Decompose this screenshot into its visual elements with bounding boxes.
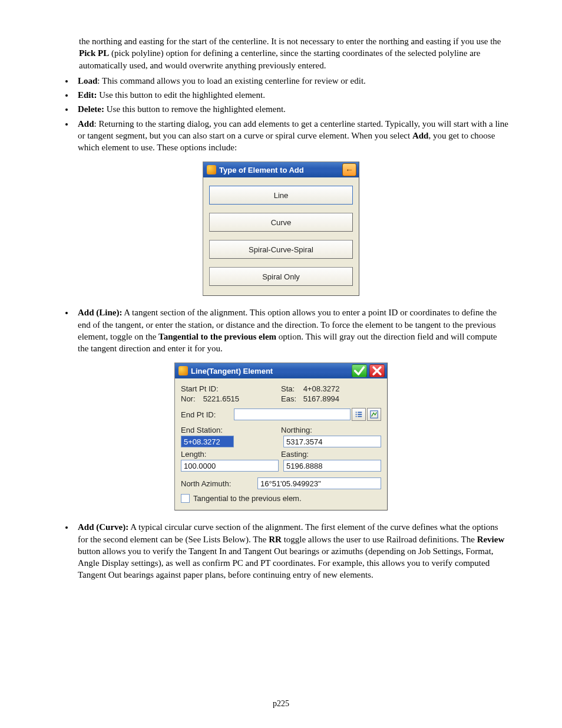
label-bold: Add (Line): bbox=[78, 308, 122, 317]
easting-label: Easting: bbox=[281, 450, 309, 459]
page-number: p225 bbox=[53, 699, 509, 709]
app-icon bbox=[178, 366, 188, 375]
label-bold: Edit: bbox=[78, 90, 97, 100]
spiral-curve-spiral-button[interactable]: Spiral-Curve-Spiral bbox=[209, 240, 353, 259]
text: Use this button to edit the highlighted … bbox=[97, 90, 265, 100]
eas-value: 5167.8994 bbox=[303, 394, 339, 403]
dialog-title: Line(Tangent) Element bbox=[191, 367, 273, 375]
end-pt-id-input[interactable] bbox=[234, 409, 351, 420]
titlebar: Type of Element to Add ← bbox=[203, 162, 359, 177]
length-label: Length: bbox=[181, 450, 206, 459]
label-bold: Load bbox=[78, 76, 97, 85]
intro-paragraph: the northing and easting for the start o… bbox=[79, 35, 509, 71]
length-input[interactable] bbox=[181, 460, 279, 472]
svg-rect-3 bbox=[358, 414, 362, 415]
easting-input[interactable] bbox=[283, 460, 381, 472]
svg-rect-5 bbox=[358, 416, 362, 417]
svg-rect-0 bbox=[356, 412, 357, 413]
ok-button[interactable] bbox=[352, 364, 367, 377]
dialog-type-of-element: Type of Element to Add ← Line Curve Spir… bbox=[203, 162, 359, 296]
svg-rect-1 bbox=[358, 412, 362, 413]
list-item: Add (Line): A tangent section of the ali… bbox=[74, 307, 509, 354]
sta-value: 4+08.3272 bbox=[303, 384, 340, 393]
text: toggle allows the user to use Railroad d… bbox=[282, 535, 477, 544]
back-button[interactable]: ← bbox=[342, 163, 356, 176]
label-bold: Add (Curve): bbox=[78, 522, 128, 532]
label-bold: Review bbox=[477, 535, 505, 544]
end-pt-id-label: End Pt ID: bbox=[181, 410, 216, 419]
tangential-label: Tangential to the previous elem. bbox=[193, 494, 302, 503]
text: Use this button to remove the highlighte… bbox=[104, 104, 286, 114]
northing-label: Northing: bbox=[281, 426, 312, 434]
line-button[interactable]: Line bbox=[209, 186, 353, 205]
list-item: Load: This command allows you to load an… bbox=[74, 75, 509, 87]
list-item: Edit: Use this button to edit the highli… bbox=[74, 89, 509, 101]
tangential-checkbox[interactable] bbox=[181, 494, 190, 503]
svg-rect-2 bbox=[356, 414, 357, 415]
list-icon bbox=[355, 410, 363, 419]
titlebar: Line(Tangent) Element bbox=[175, 363, 387, 378]
close-icon bbox=[370, 364, 384, 378]
list-button[interactable] bbox=[352, 408, 366, 421]
label-bold: Tangential to the previous elem bbox=[158, 332, 276, 341]
eas-label: Eas: bbox=[281, 394, 301, 403]
bullet-list-3: Add (Curve): A typical circular curve se… bbox=[74, 521, 509, 581]
label-bold: Add bbox=[78, 119, 94, 129]
end-station-label: End Station: bbox=[181, 426, 223, 434]
text: (pick polyline) option for defining a ce… bbox=[79, 48, 480, 70]
text: : This command allows you to load an exi… bbox=[97, 76, 365, 85]
north-azimuth-label: North Azimuth: bbox=[181, 479, 231, 488]
label-bold: Add bbox=[412, 131, 429, 140]
text-bold: Pick PL bbox=[79, 48, 109, 58]
label-bold: RR bbox=[269, 535, 282, 544]
map-button[interactable] bbox=[367, 408, 381, 421]
northing-input[interactable] bbox=[283, 436, 381, 447]
dialog-title: Type of Element to Add bbox=[219, 166, 304, 174]
nor-label: Nor: bbox=[181, 394, 201, 403]
sta-label: Sta: bbox=[281, 384, 301, 393]
svg-rect-6 bbox=[371, 411, 378, 418]
nor-value: 5221.6515 bbox=[203, 394, 239, 403]
text: the northing and easting for the start o… bbox=[79, 37, 501, 46]
list-item: Add: Returning to the starting dialog, y… bbox=[74, 118, 509, 154]
list-item: Delete: Use this button to remove the hi… bbox=[74, 103, 509, 115]
app-icon bbox=[207, 165, 216, 174]
curve-button[interactable]: Curve bbox=[209, 213, 353, 232]
list-item: Add (Curve): A typical circular curve se… bbox=[74, 521, 509, 581]
bullet-list-1: Load: This command allows you to load an… bbox=[74, 75, 509, 154]
start-pt-id-label: Start Pt ID: bbox=[181, 384, 219, 393]
check-icon bbox=[352, 364, 366, 378]
bullet-list-2: Add (Line): A tangent section of the ali… bbox=[74, 307, 509, 354]
north-azimuth-input[interactable] bbox=[257, 477, 381, 489]
label-bold: Delete: bbox=[78, 104, 104, 114]
svg-rect-4 bbox=[356, 416, 357, 417]
end-station-input[interactable] bbox=[181, 436, 234, 447]
map-icon bbox=[370, 410, 378, 419]
dialog-line-tangent-element: Line(Tangent) Element Start Pt ID: Sta: … bbox=[174, 363, 388, 510]
spiral-only-button[interactable]: Spiral Only bbox=[209, 267, 353, 286]
text: button allows you to verify the Tangent … bbox=[78, 546, 494, 580]
close-button[interactable] bbox=[369, 364, 385, 377]
